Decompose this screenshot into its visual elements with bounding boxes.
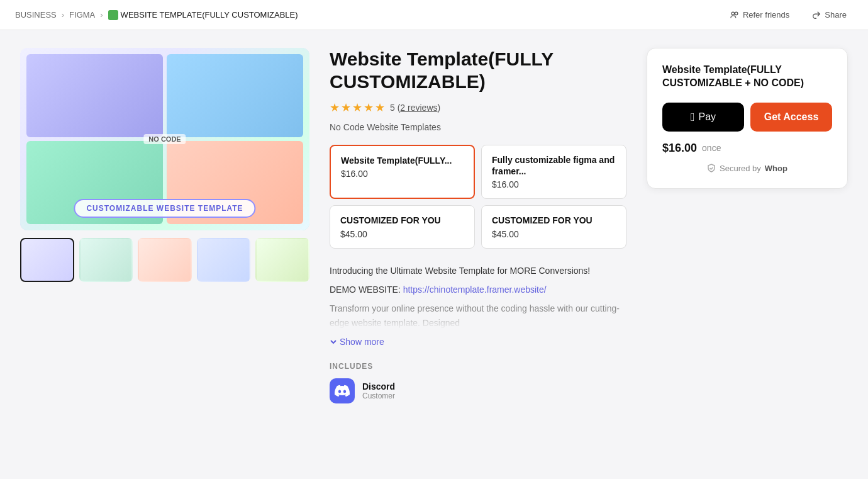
option-price-4: $45.00 bbox=[492, 229, 616, 239]
price-row: $16.00 once bbox=[662, 142, 832, 155]
option-card-2[interactable]: Fully customizable figma and framer... $… bbox=[481, 145, 626, 199]
middle-column: Website Template(FULLY CUSTOMIZABLE) ★ ★… bbox=[330, 48, 626, 403]
nav-actions: Refer friends Share bbox=[724, 6, 853, 23]
thumbnail-3[interactable] bbox=[138, 238, 192, 282]
share-icon bbox=[812, 11, 821, 20]
secure-label: Secured by bbox=[720, 164, 761, 173]
description-body: Transform your online presence without t… bbox=[330, 301, 626, 329]
rating-count: 5 (2 reviews) bbox=[390, 103, 440, 113]
get-access-button[interactable]: Get Access bbox=[750, 103, 832, 132]
chevron-down-icon bbox=[330, 338, 337, 346]
option-name-4: CUSTOMIZED FOR YOU bbox=[492, 215, 616, 226]
breadcrumb-sep2: › bbox=[100, 10, 103, 20]
breadcrumb-current: WEBSITE TEMPLATE(FULLY CUSTOMIZABLE) bbox=[108, 10, 298, 20]
share-button[interactable]: Share bbox=[806, 6, 853, 23]
thumbnail-1[interactable] bbox=[20, 238, 74, 282]
description-intro: Introducing the Ultimate Website Templat… bbox=[330, 264, 626, 278]
includes-item-discord: Discord Customer bbox=[330, 378, 626, 403]
main-product-image: NO CODE CUSTOMIZABLE WEBSITE TEMPLATE bbox=[20, 48, 309, 230]
option-name-2: Fully customizable figma and framer... bbox=[492, 154, 616, 177]
breadcrumb-figma[interactable]: FIGMA bbox=[69, 10, 95, 20]
refer-friends-button[interactable]: Refer friends bbox=[724, 6, 796, 23]
top-nav: BUSINESS › FIGMA › WEBSITE TEMPLATE(FULL… bbox=[0, 0, 868, 30]
price-amount: $16.00 bbox=[662, 142, 697, 155]
star-5: ★ bbox=[375, 101, 385, 115]
breadcrumb-sep1: › bbox=[62, 10, 64, 20]
description-demo: DEMO WEBSITE: https://chinotemplate.fram… bbox=[330, 283, 626, 296]
star-3: ★ bbox=[352, 101, 362, 115]
thumbnail-2[interactable] bbox=[79, 238, 133, 282]
no-code-label: NO CODE bbox=[143, 134, 186, 144]
breadcrumb-business[interactable]: BUSINESS bbox=[15, 10, 57, 20]
apple-logo-icon:  bbox=[691, 111, 695, 123]
option-card-1[interactable]: Website Template(FULLY... $16.00 bbox=[330, 145, 475, 199]
svg-point-1 bbox=[735, 12, 737, 14]
rating-row: ★ ★ ★ ★ ★ 5 (2 reviews) bbox=[330, 101, 626, 115]
includes-item-info-discord: Discord Customer bbox=[362, 381, 395, 400]
thumbnail-strip bbox=[20, 238, 309, 282]
product-icon bbox=[108, 10, 118, 20]
breadcrumb: BUSINESS › FIGMA › WEBSITE TEMPLATE(FULL… bbox=[15, 10, 298, 20]
shield-icon bbox=[707, 164, 716, 172]
discord-icon bbox=[330, 378, 355, 403]
show-more-button[interactable]: Show more bbox=[330, 334, 384, 349]
option-name-1: Website Template(FULLY... bbox=[341, 155, 464, 166]
product-title: Website Template(FULLY CUSTOMIZABLE) bbox=[330, 48, 626, 93]
template-preview: NO CODE CUSTOMIZABLE WEBSITE TEMPLATE bbox=[20, 48, 309, 230]
purchase-card: Website Template(FULLY CUSTOMIZABLE + NO… bbox=[647, 48, 848, 189]
secure-badge: Secured by Whop bbox=[662, 164, 832, 173]
discord-item-type: Customer bbox=[362, 392, 395, 400]
description-section: Introducing the Ultimate Website Templat… bbox=[330, 264, 626, 350]
star-4: ★ bbox=[364, 101, 374, 115]
stars: ★ ★ ★ ★ ★ bbox=[330, 101, 385, 115]
product-category: No Code Website Templates bbox=[330, 122, 626, 132]
purchase-actions:  Pay Get Access bbox=[662, 103, 832, 132]
reviews-link[interactable]: 2 reviews bbox=[400, 103, 437, 113]
main-content: NO CODE CUSTOMIZABLE WEBSITE TEMPLATE We… bbox=[0, 30, 868, 421]
template-badge: CUSTOMIZABLE WEBSITE TEMPLATE bbox=[74, 199, 255, 218]
option-card-3[interactable]: CUSTOMIZED FOR YOU $45.00 bbox=[330, 205, 475, 248]
star-2: ★ bbox=[341, 101, 351, 115]
whop-brand-label: Whop bbox=[765, 164, 787, 173]
left-column: NO CODE CUSTOMIZABLE WEBSITE TEMPLATE bbox=[20, 48, 309, 282]
thumbnail-5[interactable] bbox=[255, 238, 309, 282]
option-price-1: $16.00 bbox=[341, 169, 464, 179]
includes-label: INCLUDES bbox=[330, 362, 626, 371]
price-period: once bbox=[702, 143, 721, 153]
svg-point-0 bbox=[732, 12, 734, 14]
demo-link[interactable]: https://chinotemplate.framer.website/ bbox=[403, 285, 547, 295]
options-grid: Website Template(FULLY... $16.00 Fully c… bbox=[330, 145, 626, 249]
thumbnail-4[interactable] bbox=[197, 238, 251, 282]
discord-item-name: Discord bbox=[362, 381, 395, 392]
includes-section: INCLUDES Discord Customer bbox=[330, 362, 626, 403]
option-price-2: $16.00 bbox=[492, 179, 616, 189]
star-1: ★ bbox=[330, 101, 340, 115]
option-name-3: CUSTOMIZED FOR YOU bbox=[340, 215, 464, 226]
discord-logo bbox=[335, 383, 350, 398]
apple-pay-button[interactable]:  Pay bbox=[662, 103, 744, 132]
purchase-card-title: Website Template(FULLY CUSTOMIZABLE + NO… bbox=[662, 64, 832, 90]
refer-icon bbox=[730, 11, 739, 20]
option-price-3: $45.00 bbox=[340, 229, 464, 239]
template-card-2 bbox=[167, 54, 303, 137]
right-column: Website Template(FULLY CUSTOMIZABLE + NO… bbox=[647, 48, 848, 189]
option-card-4[interactable]: CUSTOMIZED FOR YOU $45.00 bbox=[481, 205, 626, 248]
template-card-1 bbox=[26, 54, 163, 137]
